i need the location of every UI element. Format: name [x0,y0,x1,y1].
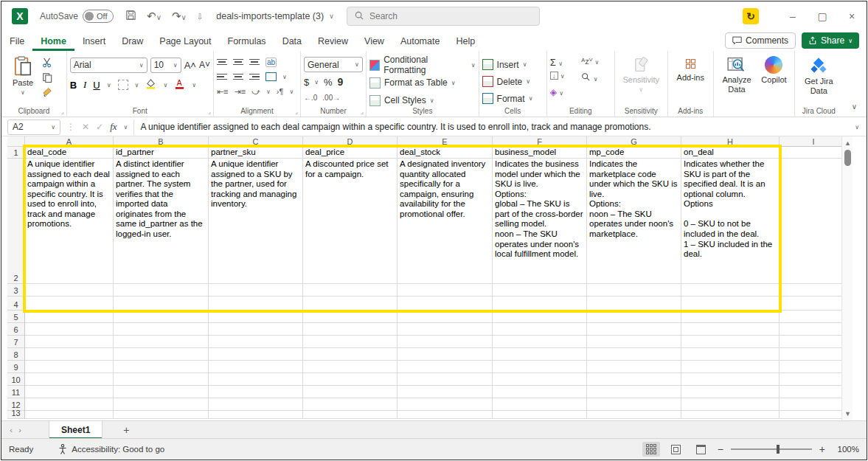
cell-G9[interactable] [587,361,681,373]
confirm-entry-icon[interactable]: ✓ [96,122,103,132]
cell-A8[interactable] [25,348,114,361]
cell-B2[interactable]: A distinct identifier assigned to each p… [114,159,209,284]
decrease-indent-icon[interactable]: ⇤≡ [217,87,229,97]
currency-format-icon[interactable]: $ [304,77,309,88]
cell-C10[interactable] [209,373,303,386]
row-header-8[interactable]: 8 [7,348,25,361]
font-name-combo[interactable]: Arial∨ [70,58,147,73]
cell-C8[interactable] [209,348,303,361]
cell-G13[interactable] [587,411,681,419]
cancel-entry-icon[interactable]: ✕ [82,122,89,132]
cell-F11[interactable] [493,386,587,398]
cell-F9[interactable] [493,361,587,373]
fill-color-icon[interactable] [145,78,156,92]
text-direction-icon[interactable]: ›¶ [277,87,284,96]
cell-D6[interactable] [303,323,397,336]
cell-E10[interactable] [397,373,493,386]
cell-D5[interactable] [303,311,397,323]
cell-A9[interactable] [25,361,114,373]
formula-content[interactable]: A unique identifier assigned to each dea… [133,119,847,135]
orientation-icon[interactable]: ⤻ [251,87,260,97]
cell-C11[interactable] [209,386,303,398]
cell-I1[interactable] [780,147,848,159]
cell-H2[interactable]: Indicates whether the SKU is part of the… [681,159,780,284]
cell-H3[interactable] [681,284,780,297]
cell-B12[interactable] [114,398,209,411]
cell-H9[interactable] [681,361,780,373]
cell-H11[interactable] [681,386,780,398]
minimize-button[interactable]: – [778,1,808,31]
cell-A12[interactable] [25,398,114,411]
cell-C3[interactable] [209,284,303,297]
ribbon-tab-home[interactable]: Home [32,33,74,51]
comments-button[interactable]: Comments [725,32,796,49]
find-select-button[interactable]: ∨ [581,71,611,84]
document-title[interactable]: deals-imports-template (3)∨ [216,11,333,21]
row-header-13[interactable]: 13 [7,411,25,419]
cell-D7[interactable] [303,336,397,348]
row-header-5[interactable]: 5 [7,311,25,323]
cell-B8[interactable] [114,348,209,361]
add-sheet-button[interactable]: + [123,424,129,436]
middle-align-icon[interactable] [233,59,243,66]
cell-B13[interactable] [114,411,209,419]
cell-D12[interactable] [303,398,397,411]
cell-C12[interactable] [209,398,303,411]
align-right-icon[interactable] [249,74,260,80]
cell-F12[interactable] [493,398,587,411]
decrease-font-icon[interactable]: A˅ [199,60,210,70]
row-header-10[interactable]: 10 [7,373,25,386]
cut-icon[interactable] [41,57,53,69]
conditional-formatting-button[interactable]: Conditional Formatting∨ [369,57,476,73]
cell-E12[interactable] [397,398,493,411]
cell-H7[interactable] [681,336,780,348]
ribbon-tab-review[interactable]: Review [310,33,356,51]
cell-E8[interactable] [397,348,493,361]
scroll-down-icon[interactable]: ▼ [844,410,851,417]
formula-bar-expand-icon[interactable]: ∨ [855,124,859,131]
underline-button[interactable]: U [93,80,100,91]
vertical-scrollbar[interactable]: ▲ ▼ [841,136,853,420]
cell-G6[interactable] [587,323,681,336]
cell-G12[interactable] [587,398,681,411]
cell-E5[interactable] [397,311,493,323]
cell-G11[interactable] [587,386,681,398]
ribbon-tab-help[interactable]: Help [448,33,483,51]
row-header-6[interactable]: 6 [7,323,25,336]
cell-D9[interactable] [303,361,397,373]
zoom-in-button[interactable]: + [819,443,825,455]
percent-format-icon[interactable]: % [324,77,333,88]
name-box[interactable]: A2∨ [7,119,60,135]
cell-G2[interactable]: Indicates the marketplace code under whi… [587,159,681,284]
cell-B3[interactable] [114,284,209,297]
cell-H4[interactable] [681,297,780,311]
autosave-toggle[interactable]: Off [83,10,114,23]
cell-F6[interactable] [493,323,587,336]
cell-B11[interactable] [114,386,209,398]
cell-H5[interactable] [681,311,780,323]
account-avatar[interactable]: ↻ [743,8,759,24]
redo-icon[interactable]: ↷∨ [172,10,187,23]
cell-D1[interactable]: deal_price [303,147,397,159]
search-input[interactable]: Search [347,7,540,26]
get-jira-data-button[interactable]: Get Jira Data [798,54,840,95]
cell-E6[interactable] [397,323,493,336]
cell-C13[interactable] [209,411,303,419]
insert-cells-button[interactable]: Insert∨ [482,57,533,72]
decrease-decimal-icon[interactable]: .00→ [322,94,340,102]
insert-function-icon[interactable]: fx [110,121,117,133]
row-header-4[interactable]: 4 [7,297,25,311]
excel-logo-icon[interactable]: X [12,8,28,24]
cell-F3[interactable] [493,284,587,297]
cell-I12[interactable] [780,398,848,411]
cell-H13[interactable] [681,411,780,419]
column-header-I[interactable]: I [780,136,848,147]
zoom-level[interactable]: 100% [833,445,859,454]
cell-F2[interactable]: Indicates the business model under which… [493,159,587,284]
addins-button[interactable]: Add-ins [671,54,710,83]
cell-C2[interactable]: A unique identifier assigned to a SKU by… [209,159,303,284]
increase-indent-icon[interactable]: ⇥≡ [235,87,246,97]
cell-D8[interactable] [303,348,397,361]
cell-H10[interactable] [681,373,780,386]
row-header-2[interactable]: 2 [7,159,25,284]
